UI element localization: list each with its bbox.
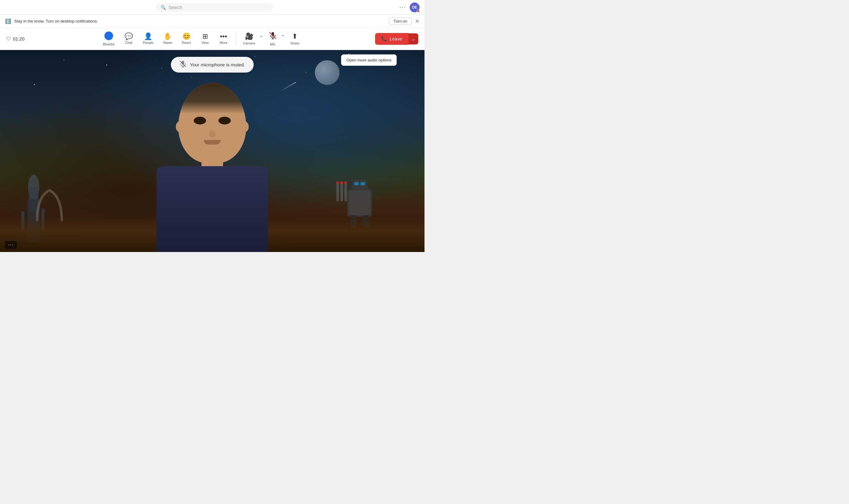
avatar-status-dot bbox=[417, 10, 420, 12]
mic-label: Mic bbox=[270, 42, 275, 46]
svg-rect-13 bbox=[340, 183, 343, 201]
leave-button[interactable]: 📞 Leave bbox=[375, 33, 408, 45]
timer-text: 01:20 bbox=[13, 36, 25, 41]
bluedot-icon bbox=[104, 32, 113, 41]
notification-bar: ℹ️ Stay in the know. Turn on desktop not… bbox=[0, 15, 425, 28]
svg-point-15 bbox=[336, 181, 339, 184]
search-icon: 🔍 bbox=[161, 5, 166, 10]
more-options-button[interactable]: ··· bbox=[400, 4, 406, 11]
view-button[interactable]: ⊞ View bbox=[196, 31, 214, 46]
people-button[interactable]: 👤 People bbox=[138, 31, 158, 46]
turn-on-button[interactable]: Turn on bbox=[389, 17, 412, 25]
toolbar: 🛡 01:20 Bluedot 💬 Chat 👤 People ✋ Raise … bbox=[0, 28, 425, 50]
camera-label: Camera bbox=[243, 41, 255, 45]
camera-group: 🎥 Camera ⌄ bbox=[240, 31, 264, 47]
chat-label: Chat bbox=[125, 41, 132, 44]
shield-icon: 🛡 bbox=[6, 36, 11, 42]
react-label: React bbox=[182, 41, 191, 44]
svg-point-17 bbox=[344, 181, 347, 184]
svg-rect-22 bbox=[360, 182, 365, 185]
tooltip-text: Open more audio options bbox=[346, 58, 391, 62]
more-icon: ••• bbox=[220, 33, 227, 40]
share-label: Share bbox=[290, 41, 299, 45]
top-bar-right: ··· DE bbox=[400, 2, 420, 12]
planet-decoration bbox=[315, 60, 339, 85]
search-box[interactable]: 🔍 Search bbox=[156, 3, 273, 12]
notification-text: Stay in the know. Turn on desktop notifi… bbox=[14, 19, 386, 23]
people-icon: 👤 bbox=[144, 33, 152, 40]
avatar[interactable]: DE bbox=[410, 2, 420, 12]
mic-button[interactable]: Mic bbox=[266, 30, 280, 48]
chat-button[interactable]: 💬 Chat bbox=[120, 31, 137, 46]
audio-options-tooltip: Open more audio options bbox=[341, 54, 397, 66]
muted-banner: Your microphone is muted. bbox=[171, 57, 254, 73]
bottom-more-button[interactable]: ··· bbox=[5, 241, 17, 249]
video-person bbox=[144, 70, 280, 252]
view-icon: ⊞ bbox=[202, 33, 208, 40]
raise-label: Raise bbox=[163, 41, 172, 44]
search-placeholder: Search bbox=[169, 5, 182, 10]
share-button[interactable]: ⬆ Share bbox=[287, 31, 302, 47]
muted-banner-text: Your microphone is muted. bbox=[190, 62, 245, 67]
raise-button[interactable]: ✋ Raise bbox=[159, 31, 176, 46]
react-button[interactable]: 😊 React bbox=[178, 31, 195, 46]
view-label: View bbox=[201, 41, 209, 44]
svg-rect-14 bbox=[344, 183, 347, 201]
toolbar-center: Bluedot 💬 Chat 👤 People ✋ Raise 😊 React … bbox=[31, 30, 370, 48]
people-label: People bbox=[143, 41, 153, 44]
info-icon: ℹ️ bbox=[5, 18, 11, 24]
call-timer: 🛡 01:20 bbox=[6, 36, 31, 42]
more-button[interactable]: ••• More bbox=[215, 31, 232, 46]
mic-group: Mic ⌄ bbox=[266, 30, 286, 48]
video-area: Your microphone is muted. Open more audi… bbox=[0, 50, 425, 252]
camera-chevron-button[interactable]: ⌄ bbox=[258, 32, 264, 39]
close-notification-button[interactable]: ✕ bbox=[415, 18, 420, 25]
svg-rect-20 bbox=[352, 180, 367, 191]
muted-mic-banner-icon bbox=[179, 60, 186, 69]
svg-rect-10 bbox=[349, 191, 370, 215]
mic-chevron-button[interactable]: ⌄ bbox=[280, 31, 286, 38]
top-bar: 🔍 Search ··· DE bbox=[0, 0, 425, 15]
bluedot-label: Bluedot bbox=[103, 42, 114, 46]
share-icon: ⬆ bbox=[292, 32, 298, 40]
leave-chevron-button[interactable]: ⌄ bbox=[408, 33, 418, 44]
more-label: More bbox=[220, 41, 227, 44]
toolbar-separator bbox=[236, 33, 236, 45]
react-icon: 😊 bbox=[182, 33, 191, 40]
mic-muted-icon bbox=[269, 32, 277, 41]
raise-icon: ✋ bbox=[163, 33, 172, 40]
camera-icon: 🎥 bbox=[245, 32, 253, 40]
leave-label: Leave bbox=[390, 36, 402, 41]
leave-phone-icon: 📞 bbox=[381, 36, 387, 42]
svg-point-16 bbox=[340, 181, 343, 184]
bluedot-button[interactable]: Bluedot bbox=[99, 30, 119, 48]
svg-rect-12 bbox=[336, 183, 339, 201]
svg-rect-21 bbox=[354, 182, 359, 185]
leave-button-group: 📞 Leave ⌄ bbox=[375, 33, 418, 45]
camera-button[interactable]: 🎥 Camera bbox=[240, 31, 258, 47]
chat-icon: 💬 bbox=[124, 33, 133, 40]
